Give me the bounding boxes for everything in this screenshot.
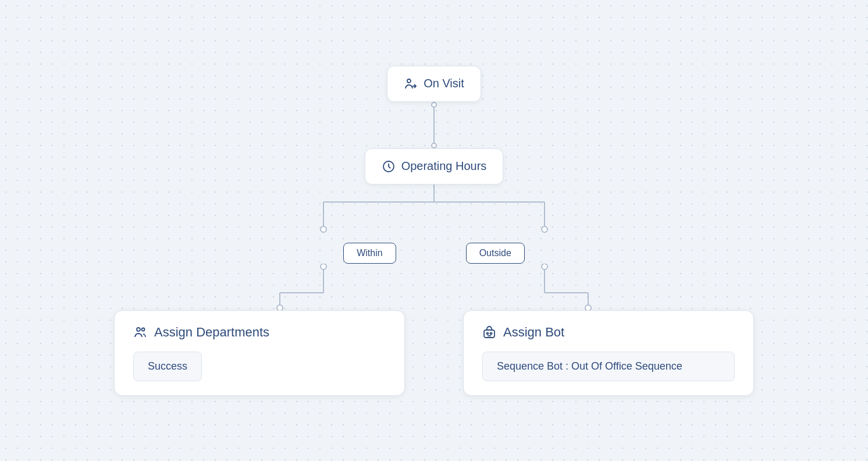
on-visit-label: On Visit <box>424 77 464 90</box>
branch-section: Within Outside <box>114 185 754 396</box>
svg-point-21 <box>487 332 489 334</box>
svg-rect-20 <box>484 330 495 338</box>
flow-diagram: On Visit Operating Hours <box>114 66 754 396</box>
assign-bot-node[interactable]: Assign Bot Sequence Bot : Out Of Office … <box>463 310 754 396</box>
person-arrow-icon <box>404 77 418 91</box>
on-visit-node[interactable]: On Visit <box>387 66 481 102</box>
assign-bot-sub[interactable]: Sequence Bot : Out Of Office Sequence <box>482 352 735 381</box>
svg-point-13 <box>277 305 283 310</box>
svg-point-7 <box>542 226 547 232</box>
svg-point-8 <box>321 264 326 269</box>
clock-icon <box>382 159 396 173</box>
connector-dot-2 <box>431 143 437 148</box>
svg-point-17 <box>585 305 591 310</box>
within-branch-label[interactable]: Within <box>343 243 396 264</box>
svg-point-0 <box>407 79 411 83</box>
branch-labels: Within Outside <box>343 243 525 264</box>
outside-branch-label[interactable]: Outside <box>466 243 525 264</box>
svg-point-9 <box>542 264 547 269</box>
branch-lines-svg <box>190 185 678 243</box>
svg-point-22 <box>490 332 492 334</box>
v-line-1 <box>433 108 435 143</box>
svg-point-18 <box>137 328 140 331</box>
assign-departments-title: Assign Departments <box>154 325 269 340</box>
bottom-nodes-row: Assign Departments Success <box>114 310 754 396</box>
assign-departments-header: Assign Departments <box>133 325 386 340</box>
svg-point-6 <box>321 226 326 232</box>
svg-point-19 <box>142 328 145 331</box>
operating-hours-label: Operating Hours <box>401 159 487 173</box>
assign-departments-node[interactable]: Assign Departments Success <box>114 310 405 396</box>
top-connector <box>431 102 437 148</box>
operating-hours-node[interactable]: Operating Hours <box>365 148 504 185</box>
connector-dot-1 <box>431 102 437 108</box>
bot-icon <box>482 325 496 339</box>
people-icon <box>133 325 147 339</box>
assign-bot-header: Assign Bot <box>482 325 735 340</box>
assign-bot-title: Assign Bot <box>503 325 564 340</box>
bottom-branch-lines-svg <box>190 264 678 310</box>
assign-departments-sub[interactable]: Success <box>133 352 202 381</box>
